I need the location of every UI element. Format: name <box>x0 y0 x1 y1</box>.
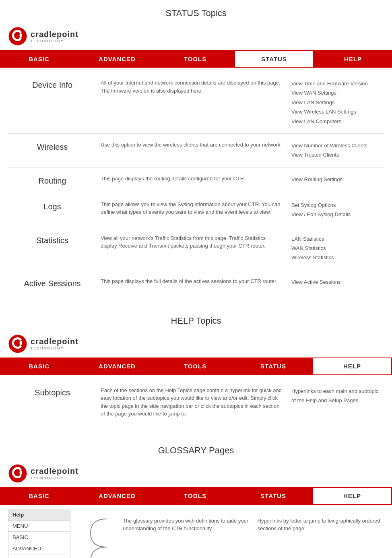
glossary-layout: Help MENU BASIC ADVANCED TOOLS STATUS GL… <box>0 505 392 558</box>
nav-help-2[interactable]: HELP <box>312 358 392 375</box>
nav-help-1[interactable]: HELP <box>314 50 392 68</box>
link-item[interactable]: LAN Statistics <box>291 234 380 244</box>
topic-links-wireless: View Number of Wireless Clients View Tru… <box>291 141 380 160</box>
nav-bar-3: BASIC ADVANCED TOOLS STATUS HELP <box>0 487 392 505</box>
nav-advanced-1[interactable]: ADVANCED <box>78 50 156 68</box>
glossary-content: The glossary provides you with definitio… <box>70 509 384 558</box>
topic-name-device-info: Device Info <box>12 79 93 90</box>
help-content-area: Subtopics Each of the sections on the He… <box>0 375 392 429</box>
nav-bar-2: BASIC ADVANCED TOOLS STATUS HELP <box>0 358 392 375</box>
topic-name-routing: Routing <box>12 175 93 186</box>
nav-status-2[interactable]: STATUS <box>234 358 312 375</box>
topic-links-logs: Set Syslog Options View / Edit Syslog De… <box>291 200 380 219</box>
topic-desc-device-info: All of your Internet and network connect… <box>101 79 283 95</box>
link-item[interactable]: Hyperlinks to each main and subtopic of … <box>291 386 380 405</box>
topic-name-active-sessions: Active Sessions <box>12 277 93 288</box>
glossary-links: Hyperlinks by letter to jump to lexigrap… <box>258 517 384 533</box>
glossary-section: GLOSSARY Pages cradlepoint TECHNOLOGY BA… <box>0 445 392 558</box>
logo-text-3: cradlepoint TECHNOLOGY <box>31 467 78 480</box>
logo-bar-2: cradlepoint TECHNOLOGY <box>0 330 392 358</box>
nav-basic-3[interactable]: BASIC <box>0 487 78 505</box>
cradlepoint-logo-icon-2 <box>8 334 27 353</box>
glossary-sidebar: Help MENU BASIC ADVANCED TOOLS STATUS GL… <box>8 509 70 558</box>
nav-advanced-3[interactable]: ADVANCED <box>78 487 156 505</box>
logo-text-1: cradlepoint TECHNOLOGY <box>31 30 78 43</box>
topic-row-wireless: Wireless Use this option to view the wir… <box>8 134 384 167</box>
topic-desc-routing: This page displays the routing details c… <box>101 175 283 183</box>
sidebar-item-menu[interactable]: MENU <box>8 521 70 532</box>
link-item[interactable]: View LAN Settings <box>291 98 380 107</box>
link-item[interactable]: View / Edit Syslog Details <box>291 210 380 219</box>
link-item[interactable]: View Trusted Clients <box>291 150 380 159</box>
cradlepoint-logo-icon-1 <box>8 27 27 46</box>
logo-bar-3: cradlepoint TECHNOLOGY <box>0 460 392 487</box>
topic-row-active-sessions: Active Sessions This page displays the f… <box>8 270 384 296</box>
topic-name-logs: Logs <box>12 200 93 211</box>
link-item[interactable]: View Number of Wireless Clients <box>291 141 380 150</box>
sidebar-item-advanced[interactable]: ADVANCED <box>8 543 70 554</box>
topic-desc-logs: This page allows you to view the Syslog … <box>101 200 283 216</box>
link-item[interactable]: View Time and Firmware Version <box>291 79 380 88</box>
topic-links-active-sessions: View Active Sessions <box>291 277 380 287</box>
topic-desc-active-sessions: This page displays the full details of t… <box>101 277 283 285</box>
nav-tools-1[interactable]: TOOLS <box>156 50 234 68</box>
glossary-curve-icon <box>83 517 115 558</box>
nav-basic-1[interactable]: BASIC <box>0 50 78 68</box>
nav-basic-2[interactable]: BASIC <box>0 358 78 375</box>
nav-tools-3[interactable]: TOOLS <box>156 487 234 505</box>
glossary-title: GLOSSARY Pages <box>0 445 392 456</box>
nav-help-3[interactable]: HELP <box>312 487 392 505</box>
topic-row-logs: Logs This page allows you to view the Sy… <box>8 193 384 227</box>
logo-container-3: cradlepoint TECHNOLOGY <box>8 464 78 483</box>
sidebar-item-basic[interactable]: BASIC <box>8 532 70 543</box>
sidebar-header: Help <box>8 509 70 521</box>
topic-desc-statistics: View all your network's Traffic Statisti… <box>101 234 283 250</box>
logo-bar-1: cradlepoint TECHNOLOGY <box>0 23 392 50</box>
subtopics-row: Subtopics Each of the sections on the He… <box>8 379 384 425</box>
topic-links-routing: View Routing Settings <box>291 175 380 184</box>
topic-name-statistics: Statistics <box>12 234 93 245</box>
link-item[interactable]: Set Syslog Options <box>291 200 380 210</box>
link-item[interactable]: Wireless Statistics <box>291 253 380 262</box>
help-topics-section: HELP Topics cradlepoint TECHNOLOGY BASIC… <box>0 316 392 429</box>
link-item[interactable]: View WAN Settings <box>291 88 380 97</box>
nav-status-3[interactable]: STATUS <box>234 487 312 505</box>
cradlepoint-logo-icon-3 <box>8 464 27 483</box>
nav-status-1[interactable]: STATUS <box>234 50 314 68</box>
glossary-desc: The glossary provides you with definitio… <box>123 517 250 533</box>
subtopics-desc: Each of the sections on the Help Topics … <box>101 386 283 418</box>
logo-text-2: cradlepoint TECHNOLOGY <box>31 337 78 350</box>
glossary-text-area: The glossary provides you with definitio… <box>123 517 384 533</box>
link-item[interactable]: WAN Statistics <box>291 244 380 253</box>
link-item[interactable]: View Routing Settings <box>291 175 380 184</box>
nav-advanced-2[interactable]: ADVANCED <box>78 358 156 375</box>
link-item[interactable]: View LAN Computers <box>291 117 380 126</box>
topic-row-statistics: Statistics View all your network's Traff… <box>8 227 384 270</box>
subtopics-name: Subtopics <box>12 386 93 397</box>
link-item[interactable]: View Active Sessions <box>291 277 380 287</box>
link-item[interactable]: View Wireless LAN Settings <box>291 107 380 116</box>
nav-tools-2[interactable]: TOOLS <box>156 358 234 375</box>
topic-row-routing: Routing This page displays the routing d… <box>8 167 384 193</box>
nav-bar-1: BASIC ADVANCED TOOLS STATUS HELP <box>0 50 392 68</box>
help-topics-title: HELP Topics <box>0 316 392 326</box>
status-topics-section: STATUS Topics cradlepoint TECHNOLOGY BAS… <box>0 8 392 300</box>
logo-container-2: cradlepoint TECHNOLOGY <box>8 334 78 353</box>
sidebar-item-tools[interactable]: TOOLS <box>8 554 70 558</box>
topic-links-statistics: LAN Statistics WAN Statistics Wireless S… <box>291 234 380 262</box>
topic-name-wireless: Wireless <box>12 141 93 152</box>
topic-links-device-info: View Time and Firmware Version View WAN … <box>291 79 380 126</box>
topic-desc-wireless: Use this option to view the wireless cli… <box>101 141 283 149</box>
logo-container-1: cradlepoint TECHNOLOGY <box>8 27 78 46</box>
topic-row-device-info: Device Info All of your Internet and net… <box>8 72 384 134</box>
status-topics-title: STATUS Topics <box>0 8 392 19</box>
status-content-area: Device Info All of your Internet and net… <box>0 68 392 300</box>
subtopics-links: Hyperlinks to each main and subtopic of … <box>291 386 380 405</box>
